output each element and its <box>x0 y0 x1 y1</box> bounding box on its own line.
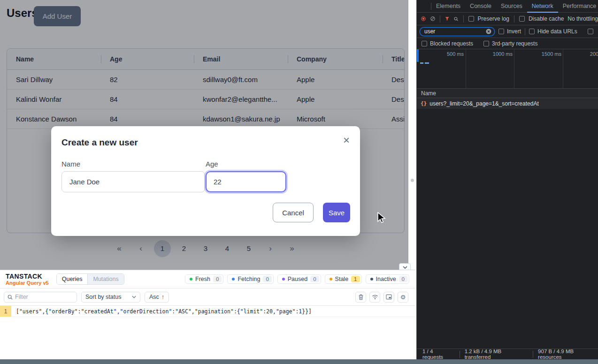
invert-label[interactable]: Invert <box>507 28 521 35</box>
transferred-summary: 1.2 kB / 4.9 MB transferred <box>465 349 528 360</box>
tanstack-logo-title: TANSTACK <box>6 273 49 280</box>
clear-filter-icon[interactable] <box>486 29 491 34</box>
search-icon[interactable] <box>454 16 458 22</box>
hide-data-urls-checkbox[interactable] <box>529 29 535 34</box>
query-key: ["users",{"orderBy":"createdAt","orderDi… <box>11 306 312 317</box>
disable-cache-label[interactable]: Disable cache <box>529 15 564 22</box>
sort-order-button[interactable]: Asc ↑ <box>145 292 169 303</box>
preserve-log-checkbox[interactable] <box>468 16 474 22</box>
tab-elements[interactable]: Elements <box>431 0 465 13</box>
blocked-requests-checkbox[interactable] <box>422 41 427 46</box>
timeline-tick: 500 ms <box>417 51 464 57</box>
devtools-tab-bar: Elements Console Sources Network Perform… <box>417 0 598 13</box>
tab-performance[interactable]: Performance <box>558 0 598 13</box>
tanstack-actions: ⚙ <box>355 292 408 303</box>
badge-fetching[interactable]: Fetching 0 <box>227 274 273 284</box>
query-filter-input[interactable] <box>15 294 70 300</box>
query-status-badges: Fresh 0 Fetching 0 Paused 0 Stale 1 <box>185 274 409 284</box>
tanstack-header: TANSTACK Angular Query v5 Queries Mutati… <box>0 270 416 288</box>
tanstack-devtools-panel: TANSTACK Angular Query v5 Queries Mutati… <box>0 270 416 359</box>
trash-icon <box>358 294 364 300</box>
chevron-down-icon <box>132 296 136 298</box>
chevron-down-icon <box>403 266 407 269</box>
modal-title: Create a new user <box>61 137 138 148</box>
settings-button[interactable]: ⚙ <box>398 292 408 303</box>
offline-toggle-button[interactable] <box>369 292 380 303</box>
invert-checkbox[interactable] <box>498 29 504 34</box>
timeline-selection-handle[interactable] <box>417 49 419 62</box>
sort-select[interactable]: Sort by status <box>81 292 140 303</box>
network-filter-input[interactable] <box>424 28 486 35</box>
badge-count: 0 <box>310 276 319 282</box>
picture-in-picture-icon <box>386 294 392 300</box>
network-filter-bar: Invert Hide data URLs <box>417 25 598 38</box>
badge-paused[interactable]: Paused 0 <box>277 274 321 284</box>
stale-dot-icon <box>330 278 332 281</box>
network-status-bar: 1 / 4 requests 1.2 kB / 4.9 MB transferr… <box>417 349 598 359</box>
blocked-requests-label[interactable]: Blocked requests <box>430 40 473 47</box>
tab-console[interactable]: Console <box>465 0 496 13</box>
tab-network[interactable]: Network <box>527 0 558 13</box>
request-list-empty-area <box>417 109 598 349</box>
badge-inactive[interactable]: Inactive 0 <box>366 274 410 284</box>
paused-dot-icon <box>282 278 285 281</box>
fetch-request-icon: {} <box>421 100 427 106</box>
gear-icon: ⚙ <box>400 294 406 301</box>
disable-cache-checkbox[interactable] <box>519 16 525 22</box>
scrollbar-thumb[interactable] <box>411 179 414 182</box>
tab-queries[interactable]: Queries <box>57 274 88 284</box>
name-field[interactable] <box>61 171 205 192</box>
chrome-devtools-panel: Elements Console Sources Network Perform… <box>416 0 598 364</box>
throttling-select[interactable]: No throttling <box>567 15 598 22</box>
requests-name-column-header[interactable]: Name <box>417 89 598 98</box>
badge-label: Paused <box>288 276 307 282</box>
pip-mode-button[interactable] <box>383 292 394 303</box>
filter-icon[interactable] <box>445 16 449 22</box>
network-toolbar: Preserve log Disable cache No throttling <box>417 13 598 25</box>
tanstack-tab-group: Queries Mutations <box>56 273 124 285</box>
timeline-request-bar <box>425 62 429 64</box>
third-party-requests-label[interactable]: 3rd-party requests <box>492 40 537 47</box>
clear-network-log-icon[interactable] <box>430 15 435 22</box>
close-icon[interactable]: × <box>343 135 350 146</box>
badge-count: 0 <box>213 276 222 282</box>
hide-data-urls-label[interactable]: Hide data URLs <box>537 28 577 35</box>
tab-sources[interactable]: Sources <box>496 0 527 13</box>
badge-count: 0 <box>399 276 407 282</box>
name-field-label: Name <box>61 160 80 168</box>
screen: Users Add User Name Age Email Company Ti… <box>0 0 598 364</box>
tanstack-logo-subtitle: Angular Query v5 <box>6 280 49 286</box>
badge-stale[interactable]: Stale 1 <box>325 274 362 284</box>
query-observer-count: 1 <box>0 306 11 317</box>
badge-label: Fetching <box>238 276 260 282</box>
network-request-row[interactable]: {} users?_limit=20&_page=1&_sort=created… <box>417 98 598 109</box>
resources-summary: 907 B / 4.9 MB resources <box>538 349 598 360</box>
network-timeline-overview[interactable]: 500 ms 1000 ms 1500 ms 2000 ms <box>417 49 598 89</box>
badge-label: Fresh <box>195 276 210 282</box>
badge-fresh[interactable]: Fresh 0 <box>185 274 223 284</box>
sort-select-value: Sort by status <box>85 294 121 300</box>
badge-label: Stale <box>335 276 349 282</box>
network-filter-box <box>420 27 495 36</box>
cancel-button[interactable]: Cancel <box>273 203 314 222</box>
timeline-request-bar <box>420 62 423 64</box>
third-party-requests-checkbox[interactable] <box>483 41 489 46</box>
create-user-modal: Create a new user × Name Age Cancel Save <box>51 126 360 236</box>
tanstack-logo: TANSTACK Angular Query v5 <box>6 273 49 286</box>
window-bottom-edge <box>0 359 598 364</box>
clear-cache-button[interactable] <box>355 292 366 303</box>
preserve-log-label[interactable]: Preserve log <box>478 15 509 22</box>
tanstack-filter-row: Sort by status Asc ↑ <box>0 288 416 306</box>
timeline-tick: 1000 ms <box>466 51 513 57</box>
request-count-summary: 1 / 4 requests <box>422 349 455 360</box>
search-icon <box>8 295 13 300</box>
age-field[interactable] <box>206 171 286 192</box>
tab-mutations[interactable]: Mutations <box>88 274 123 284</box>
query-list-item[interactable]: 1 ["users",{"orderBy":"createdAt","order… <box>0 306 416 317</box>
record-network-log-icon[interactable] <box>421 15 426 22</box>
more-filters-checkbox[interactable] <box>588 29 593 34</box>
badge-count: 0 <box>263 276 271 282</box>
fresh-dot-icon <box>190 278 192 281</box>
save-button[interactable]: Save <box>323 203 350 222</box>
request-name: users?_limit=20&_page=1&_sort=createdAt <box>429 100 538 107</box>
